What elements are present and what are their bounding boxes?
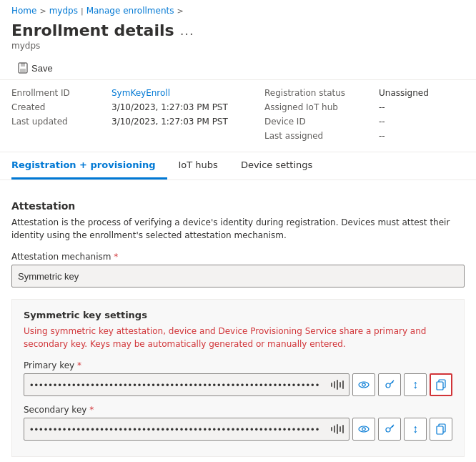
device-id-label: Device ID: [264, 114, 379, 129]
breadcrumb-sep-1: >: [39, 6, 46, 16]
secondary-key-label: Secondary key *: [24, 405, 452, 415]
secondary-key-waveform: [331, 424, 344, 434]
created-label: Created: [11, 100, 111, 114]
enrollment-id-label: Enrollment ID: [11, 86, 111, 100]
primary-key-container: [24, 373, 349, 396]
attestation-desc: Attestation is the process of verifying …: [11, 216, 455, 242]
save-label: Save: [31, 63, 53, 74]
primary-key-regen-button[interactable]: [378, 373, 401, 396]
last-updated-value: 3/10/2023, 1:27:03 PM PST: [111, 114, 264, 129]
last-assigned-label: Last assigned: [264, 129, 379, 143]
secondary-key-row: ↕: [24, 418, 452, 441]
more-options-button[interactable]: ...: [180, 23, 194, 38]
tab-registration-provisioning[interactable]: Registration + provisioning: [11, 152, 167, 180]
svg-rect-1: [21, 63, 25, 67]
subsection-title: Symmetric key settings: [24, 310, 452, 320]
reg-status-label: Registration status: [264, 86, 379, 100]
arrows-updown-icon: ↕: [412, 379, 418, 390]
last-assigned-value: --: [379, 129, 465, 143]
secondary-key-copy-button[interactable]: [430, 418, 452, 441]
breadcrumb: Home > mydps | Manage enrollments >: [0, 0, 476, 19]
svg-rect-9: [437, 382, 443, 390]
primary-key-field: Primary key *: [24, 360, 452, 396]
tabs: Registration + provisioning IoT hubs Dev…: [0, 152, 476, 180]
primary-key-show-button[interactable]: [352, 373, 375, 396]
secondary-key-show-button[interactable]: [352, 418, 375, 441]
breadcrumb-manage-enrollments[interactable]: Manage enrollments: [86, 6, 174, 16]
mechanism-input[interactable]: [11, 265, 465, 287]
eye-icon-secondary: [358, 423, 370, 435]
primary-key-label: Primary key *: [24, 360, 452, 370]
secondary-key-regen-button[interactable]: [378, 418, 401, 441]
primary-key-row: ↕: [24, 373, 452, 396]
svg-point-11: [362, 428, 365, 431]
eye-icon: [358, 379, 370, 390]
breadcrumb-home[interactable]: Home: [11, 6, 36, 16]
save-button[interactable]: Save: [11, 59, 59, 77]
main-content: Attestation Attestation is the process o…: [0, 180, 476, 457]
tab-device-settings[interactable]: Device settings: [229, 152, 324, 180]
copy-icon: [435, 379, 447, 390]
page-title: Enrollment details: [11, 21, 174, 39]
primary-key-arrows-button[interactable]: ↕: [404, 373, 427, 396]
filler-1: [11, 129, 111, 143]
breadcrumb-mydps[interactable]: mydps: [49, 6, 78, 16]
svg-point-12: [386, 428, 390, 432]
tab-iot-hubs[interactable]: IoT hubs: [167, 152, 229, 180]
arrows-updown-icon-secondary: ↕: [412, 423, 418, 435]
svg-line-7: [392, 382, 393, 383]
svg-point-4: [362, 383, 365, 386]
breadcrumb-sep-2: |: [81, 6, 84, 16]
primary-key-copy-button[interactable]: [430, 373, 452, 396]
assigned-hub-label: Assigned IoT hub: [264, 100, 379, 114]
page-header: Enrollment details ... mydps: [0, 19, 476, 56]
filler-2: [111, 129, 264, 143]
svg-point-5: [386, 383, 390, 388]
details-grid: Enrollment ID SymKeyEnroll Registration …: [0, 83, 476, 152]
key-icon: [384, 379, 395, 390]
primary-key-input[interactable]: [24, 373, 349, 396]
mechanism-label: Attestation mechanism *: [11, 252, 465, 262]
copy-icon-secondary: [435, 423, 447, 435]
svg-rect-16: [437, 426, 443, 434]
last-updated-label: Last updated: [11, 114, 111, 129]
secondary-key-field: Secondary key *: [24, 405, 452, 441]
created-value: 3/10/2023, 1:27:03 PM PST: [111, 100, 264, 114]
enrollment-id-value: SymKeyEnroll: [111, 86, 264, 100]
attestation-mechanism-field: Attestation mechanism *: [11, 252, 465, 287]
attestation-section: Attestation Attestation is the process o…: [11, 200, 465, 457]
attestation-title: Attestation: [11, 200, 465, 212]
device-id-value: --: [379, 114, 465, 129]
symmetric-key-subsection: Symmetric key settings Using symmetric k…: [11, 299, 465, 457]
subsection-desc: Using symmetric key attestation, device …: [24, 325, 438, 350]
key-icon-secondary: [384, 423, 395, 435]
secondary-key-container: [24, 418, 349, 441]
secondary-key-arrows-button[interactable]: ↕: [404, 418, 427, 441]
svg-rect-2: [20, 69, 26, 72]
save-icon: [17, 62, 29, 74]
toolbar: Save: [0, 56, 476, 80]
reg-status-value: Unassigned: [379, 86, 465, 100]
breadcrumb-sep-3: >: [177, 6, 183, 16]
assigned-hub-value: --: [379, 100, 465, 114]
primary-key-waveform: [331, 380, 344, 390]
secondary-key-input[interactable]: [24, 418, 349, 441]
svg-line-14: [392, 426, 393, 427]
page-subtitle: mydps: [11, 41, 465, 51]
